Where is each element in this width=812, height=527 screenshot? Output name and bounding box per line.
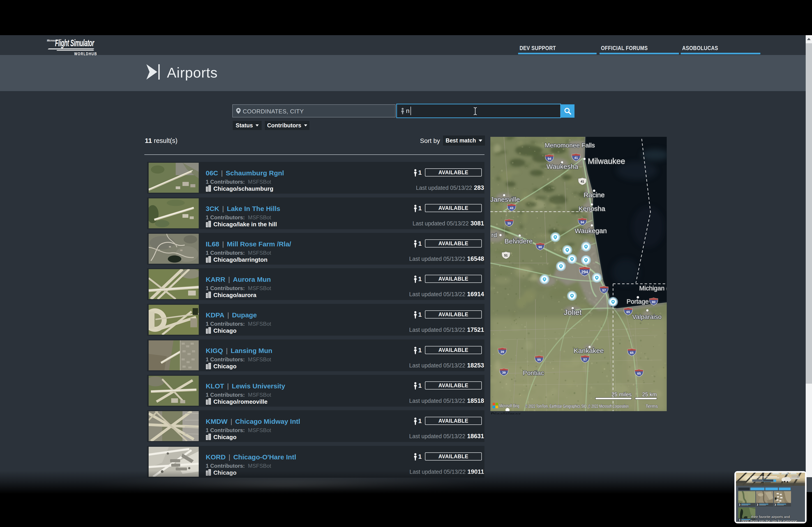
svg-text:57: 57 bbox=[583, 358, 587, 361]
svg-text:Michigan (: Michigan ( bbox=[639, 285, 667, 292]
svg-text:65: 65 bbox=[626, 310, 630, 314]
svg-text:41: 41 bbox=[581, 180, 584, 183]
svg-text:© 2022 TomTom, Earthstar Geogr: © 2022 TomTom, Earthstar Geographics SIO… bbox=[525, 404, 629, 409]
svg-text:39: 39 bbox=[507, 222, 511, 225]
svg-text:39: 39 bbox=[501, 350, 504, 353]
svg-text:Joliet: Joliet bbox=[564, 308, 582, 316]
svg-text:Portage: Portage bbox=[627, 298, 649, 305]
svg-text:Kenosha: Kenosha bbox=[579, 205, 605, 212]
svg-text:Janesville: Janesville bbox=[490, 196, 520, 203]
svg-text:55: 55 bbox=[537, 358, 541, 362]
svg-text:Menomonee Falls: Menomonee Falls bbox=[545, 142, 595, 149]
svg-text:Valparaiso: Valparaiso bbox=[632, 313, 662, 320]
svg-text:43: 43 bbox=[510, 206, 513, 210]
svg-text:rd: rd bbox=[492, 231, 497, 239]
svg-text:Milwaukee: Milwaukee bbox=[588, 157, 625, 165]
svg-text:41: 41 bbox=[574, 156, 578, 160]
svg-text:294: 294 bbox=[581, 270, 588, 274]
svg-text:Kankakee: Kankakee bbox=[574, 347, 604, 354]
svg-text:57: 57 bbox=[602, 288, 606, 292]
svg-text:Pontiac: Pontiac bbox=[523, 370, 544, 376]
svg-text:65: 65 bbox=[637, 372, 641, 375]
svg-text:Microsoft Bing: Microsoft Bing bbox=[499, 403, 519, 408]
svg-text:80: 80 bbox=[652, 300, 655, 304]
svg-text:94: 94 bbox=[548, 157, 551, 161]
svg-text:39: 39 bbox=[502, 371, 506, 374]
svg-text:65: 65 bbox=[630, 351, 634, 355]
svg-text:51: 51 bbox=[504, 254, 508, 257]
svg-text:Waukegan: Waukegan bbox=[575, 227, 607, 235]
svg-text:Belvidere: Belvidere bbox=[504, 237, 533, 245]
svg-text:25 km: 25 km bbox=[642, 391, 657, 397]
svg-text:90: 90 bbox=[538, 245, 542, 249]
svg-text:Waukesha: Waukesha bbox=[547, 163, 578, 170]
svg-text:25 miles: 25 miles bbox=[611, 391, 632, 397]
svg-text:94: 94 bbox=[581, 221, 584, 224]
svg-text:Terms: Terms bbox=[646, 404, 658, 409]
svg-text:Racine: Racine bbox=[583, 191, 605, 199]
